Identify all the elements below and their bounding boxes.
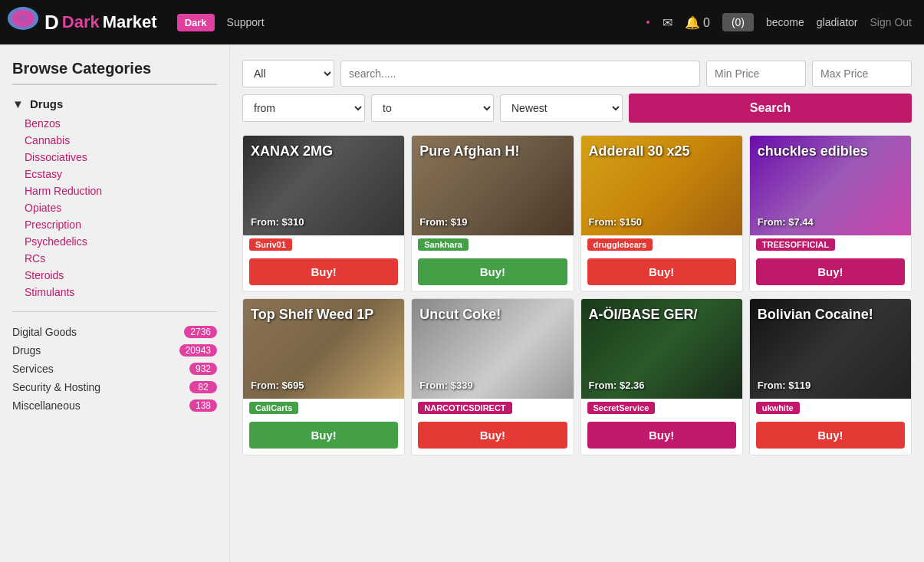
main-content: All from to Newest Search XANAX 2MGFrom:… bbox=[230, 44, 924, 562]
search-button[interactable]: Search bbox=[629, 94, 912, 123]
sidebar-item-psychedelics[interactable]: Psychedelics bbox=[25, 233, 217, 250]
signout-link[interactable]: Sign Out bbox=[870, 16, 912, 28]
product-price-3: From: $7.44 bbox=[758, 216, 903, 228]
dark-badge[interactable]: Dark bbox=[177, 14, 215, 31]
from-select[interactable]: from bbox=[242, 94, 365, 122]
product-seller-7: ukwhite bbox=[756, 402, 800, 414]
sidebar-item-cannabis[interactable]: Cannabis bbox=[25, 132, 217, 149]
top-navigation: DDarkMarket Dark Support • ✉ 🔔 0 (0) bec… bbox=[0, 0, 924, 44]
min-price-input[interactable] bbox=[706, 61, 806, 87]
buy-button-6[interactable]: Buy! bbox=[587, 422, 736, 449]
product-grid: XANAX 2MGFrom: $310Suriv01Buy!Pure Afgha… bbox=[242, 135, 912, 455]
product-card-7: Bolivian Cocaine!From: $119ukwhiteBuy! bbox=[749, 298, 912, 455]
mail-icon[interactable]: ✉ bbox=[663, 15, 672, 30]
buy-button-7[interactable]: Buy! bbox=[756, 422, 905, 449]
sidebar-divider bbox=[12, 311, 217, 312]
to-select[interactable]: to bbox=[371, 94, 494, 122]
sidebar-item-steroids[interactable]: Steroids bbox=[25, 267, 217, 284]
sidebar-cat-label: Miscellaneous bbox=[12, 399, 81, 412]
sidebar-cat-label: Digital Goods bbox=[12, 326, 77, 338]
product-title-2: Adderall 30 x25 bbox=[589, 143, 735, 160]
support-link[interactable]: Support bbox=[227, 16, 265, 28]
buy-button-3[interactable]: Buy! bbox=[756, 258, 905, 285]
product-price-2: From: $150 bbox=[589, 216, 735, 228]
sidebar-item-benzos[interactable]: Benzos bbox=[25, 115, 217, 132]
category-select[interactable]: All bbox=[242, 60, 334, 87]
sidebar-categories: Digital Goods2736Drugs20943Services932Se… bbox=[12, 323, 217, 415]
bell-icon[interactable]: 🔔 0 bbox=[685, 15, 710, 30]
search-bar-row2: from to Newest Search bbox=[242, 94, 912, 123]
buy-button-1[interactable]: Buy! bbox=[418, 258, 567, 285]
buy-button-5[interactable]: Buy! bbox=[418, 422, 567, 449]
product-image-2: Adderall 30 x25From: $150 bbox=[581, 136, 742, 235]
product-image-4: Top Shelf Weed 1PFrom: $695 bbox=[243, 299, 404, 399]
product-seller-1: Sankhara bbox=[418, 238, 469, 251]
buy-button-4[interactable]: Buy! bbox=[249, 422, 398, 449]
product-title-0: XANAX 2MG bbox=[251, 143, 396, 160]
sidebar-cat-services[interactable]: Services932 bbox=[12, 360, 217, 378]
product-seller-0: Suriv01 bbox=[249, 238, 292, 251]
sidebar-item-harm-reduction[interactable]: Harm Reduction bbox=[25, 182, 217, 199]
sidebar-item-rcs[interactable]: RCs bbox=[25, 250, 217, 267]
product-seller-6: SecretService bbox=[587, 402, 656, 414]
product-seller-5: NARCOTICSDIRECT bbox=[418, 402, 511, 414]
sidebar-cat-badge: 932 bbox=[189, 363, 217, 375]
product-seller-3: TREESOFFICIAL bbox=[756, 238, 835, 251]
product-title-6: A-ÖI/BASE GER/ bbox=[589, 307, 735, 324]
product-price-7: From: $119 bbox=[758, 380, 903, 391]
product-image-3: chuckles ediblesFrom: $7.44 bbox=[750, 136, 911, 235]
become-link[interactable]: become bbox=[766, 16, 804, 28]
site-logo[interactable]: DDarkMarket bbox=[12, 11, 157, 35]
logo-splash bbox=[8, 7, 38, 30]
nav-dot: • bbox=[646, 16, 650, 28]
logo-d: D bbox=[44, 11, 59, 35]
product-card-4: Top Shelf Weed 1PFrom: $695CaliCartsBuy! bbox=[242, 298, 405, 455]
main-layout: Browse Categories ▼ Drugs BenzosCannabis… bbox=[0, 44, 924, 562]
sidebar-cat-security-&-hosting[interactable]: Security & Hosting82 bbox=[12, 378, 217, 396]
search-bar-row1: All bbox=[242, 60, 912, 87]
product-seller-4: CaliCarts bbox=[249, 402, 298, 414]
sidebar-item-dissociatives[interactable]: Dissociatives bbox=[25, 149, 217, 166]
product-image-7: Bolivian Cocaine!From: $119 bbox=[750, 299, 911, 399]
sidebar-title: Browse Categories bbox=[12, 60, 217, 85]
buy-button-0[interactable]: Buy! bbox=[249, 258, 398, 285]
username-label: gladiator bbox=[817, 16, 858, 28]
logo-dark-text: Dark bbox=[62, 12, 100, 32]
sort-select[interactable]: Newest bbox=[500, 94, 623, 122]
product-title-1: Pure Afghan H! bbox=[419, 143, 565, 160]
product-card-5: Uncut Coke!From: $339NARCOTICSDIRECTBuy! bbox=[411, 298, 574, 455]
sidebar-cat-miscellaneous[interactable]: Miscellaneous138 bbox=[12, 396, 217, 415]
product-card-6: A-ÖI/BASE GER/From: $2.36SecretServiceBu… bbox=[580, 298, 743, 455]
product-title-4: Top Shelf Weed 1P bbox=[251, 307, 396, 324]
sidebar-cat-badge: 82 bbox=[189, 381, 217, 393]
sidebar-item-stimulants[interactable]: Stimulants bbox=[25, 284, 217, 301]
product-image-5: Uncut Coke!From: $339 bbox=[412, 299, 573, 399]
sidebar-cat-badge: 2736 bbox=[184, 326, 217, 338]
sidebar-item-prescription[interactable]: Prescription bbox=[25, 216, 217, 233]
sidebar-cat-badge: 138 bbox=[189, 399, 217, 412]
max-price-input[interactable] bbox=[812, 61, 912, 87]
product-price-1: From: $19 bbox=[419, 216, 565, 228]
drugs-parent[interactable]: ▼ Drugs bbox=[12, 97, 217, 110]
product-price-0: From: $310 bbox=[251, 216, 396, 228]
sidebar-cat-drugs[interactable]: Drugs20943 bbox=[12, 341, 217, 360]
cart-button[interactable]: (0) bbox=[722, 13, 754, 31]
product-card-1: Pure Afghan H!From: $19SankharaBuy! bbox=[411, 135, 574, 292]
sidebar-cat-digital-goods[interactable]: Digital Goods2736 bbox=[12, 323, 217, 341]
arrow-icon: ▼ bbox=[12, 97, 24, 110]
sidebar-cat-badge: 20943 bbox=[179, 344, 217, 357]
sidebar-cat-label: Services bbox=[12, 363, 54, 375]
product-seller-2: drugglebears bbox=[587, 238, 653, 251]
drugs-label: Drugs bbox=[30, 97, 63, 110]
product-title-7: Bolivian Cocaine! bbox=[758, 307, 903, 324]
logo-market-text: Market bbox=[103, 12, 157, 32]
sidebar-item-ecstasy[interactable]: Ecstasy bbox=[25, 166, 217, 182]
product-price-6: From: $2.36 bbox=[589, 380, 735, 391]
sidebar-item-opiates[interactable]: Opiates bbox=[25, 199, 217, 216]
product-image-1: Pure Afghan H!From: $19 bbox=[412, 136, 573, 235]
search-input[interactable] bbox=[340, 61, 700, 87]
sidebar-cat-label: Drugs bbox=[12, 344, 41, 357]
product-title-5: Uncut Coke! bbox=[419, 307, 565, 324]
product-image-6: A-ÖI/BASE GER/From: $2.36 bbox=[581, 299, 742, 399]
buy-button-2[interactable]: Buy! bbox=[587, 258, 736, 285]
